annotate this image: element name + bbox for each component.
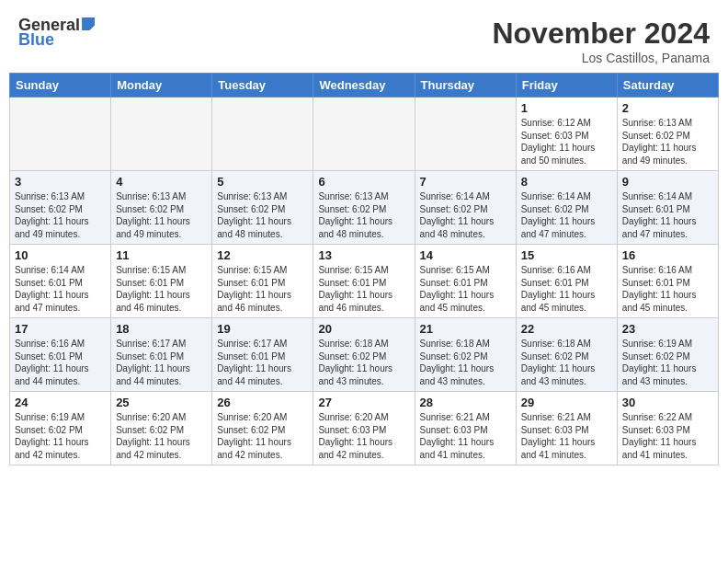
calendar-cell: 16Sunrise: 6:16 AM Sunset: 6:01 PM Dayli… — [617, 245, 718, 318]
calendar-cell: 22Sunrise: 6:18 AM Sunset: 6:02 PM Dayli… — [516, 318, 617, 392]
calendar-cell: 29Sunrise: 6:21 AM Sunset: 6:03 PM Dayli… — [516, 392, 617, 465]
calendar-week-2: 3Sunrise: 6:13 AM Sunset: 6:02 PM Daylig… — [10, 171, 719, 245]
calendar-cell: 10Sunrise: 6:14 AM Sunset: 6:01 PM Dayli… — [10, 245, 111, 318]
day-number: 13 — [318, 248, 409, 262]
day-number: 22 — [521, 322, 612, 336]
day-number: 30 — [622, 396, 713, 409]
calendar-cell: 19Sunrise: 6:17 AM Sunset: 6:01 PM Dayli… — [212, 318, 313, 392]
calendar-cell: 14Sunrise: 6:15 AM Sunset: 6:01 PM Dayli… — [415, 245, 516, 318]
day-number: 16 — [622, 248, 713, 262]
day-number: 1 — [521, 101, 612, 115]
day-number: 17 — [15, 322, 106, 336]
day-info: Sunrise: 6:18 AM Sunset: 6:02 PM Dayligh… — [420, 338, 511, 387]
calendar-cell — [10, 98, 111, 171]
day-info: Sunrise: 6:20 AM Sunset: 6:03 PM Dayligh… — [318, 411, 409, 461]
calendar-cell: 6Sunrise: 6:13 AM Sunset: 6:02 PM Daylig… — [313, 171, 415, 245]
day-number: 5 — [217, 175, 308, 189]
day-number: 7 — [420, 175, 511, 189]
day-info: Sunrise: 6:14 AM Sunset: 6:02 PM Dayligh… — [521, 190, 612, 240]
calendar-cell: 21Sunrise: 6:18 AM Sunset: 6:02 PM Dayli… — [415, 318, 516, 392]
day-header-sunday: Sunday — [10, 74, 111, 98]
day-info: Sunrise: 6:14 AM Sunset: 6:01 PM Dayligh… — [622, 190, 713, 240]
calendar-cell: 2Sunrise: 6:13 AM Sunset: 6:02 PM Daylig… — [617, 98, 718, 171]
day-info: Sunrise: 6:13 AM Sunset: 6:02 PM Dayligh… — [116, 190, 207, 240]
day-info: Sunrise: 6:15 AM Sunset: 6:01 PM Dayligh… — [318, 264, 409, 314]
calendar-cell: 30Sunrise: 6:22 AM Sunset: 6:03 PM Dayli… — [617, 392, 718, 465]
day-number: 4 — [116, 175, 207, 189]
day-number: 11 — [116, 248, 207, 262]
day-info: Sunrise: 6:13 AM Sunset: 6:02 PM Dayligh… — [318, 190, 409, 240]
day-info: Sunrise: 6:16 AM Sunset: 6:01 PM Dayligh… — [15, 338, 106, 387]
logo: General Blue — [18, 17, 95, 48]
day-header-monday: Monday — [111, 74, 212, 98]
day-header-tuesday: Tuesday — [212, 74, 313, 98]
calendar-cell: 24Sunrise: 6:19 AM Sunset: 6:02 PM Dayli… — [10, 392, 111, 465]
calendar-week-4: 17Sunrise: 6:16 AM Sunset: 6:01 PM Dayli… — [10, 318, 719, 392]
day-number: 23 — [622, 322, 713, 336]
day-number: 29 — [521, 396, 612, 409]
calendar-cell: 3Sunrise: 6:13 AM Sunset: 6:02 PM Daylig… — [10, 171, 111, 245]
calendar-cell: 12Sunrise: 6:15 AM Sunset: 6:01 PM Dayli… — [212, 245, 313, 318]
day-number: 25 — [116, 396, 207, 409]
day-info: Sunrise: 6:20 AM Sunset: 6:02 PM Dayligh… — [217, 411, 308, 461]
day-number: 28 — [420, 396, 511, 409]
day-info: Sunrise: 6:18 AM Sunset: 6:02 PM Dayligh… — [318, 338, 409, 387]
calendar-week-5: 24Sunrise: 6:19 AM Sunset: 6:02 PM Dayli… — [10, 392, 719, 465]
day-info: Sunrise: 6:15 AM Sunset: 6:01 PM Dayligh… — [116, 264, 207, 314]
calendar-cell — [111, 98, 212, 171]
calendar-cell: 5Sunrise: 6:13 AM Sunset: 6:02 PM Daylig… — [212, 171, 313, 245]
day-number: 19 — [217, 322, 308, 336]
day-info: Sunrise: 6:19 AM Sunset: 6:02 PM Dayligh… — [622, 338, 713, 387]
day-number: 6 — [318, 175, 409, 189]
day-header-saturday: Saturday — [617, 74, 718, 98]
day-number: 21 — [420, 322, 511, 336]
day-info: Sunrise: 6:14 AM Sunset: 6:01 PM Dayligh… — [15, 264, 106, 314]
day-header-wednesday: Wednesday — [313, 74, 415, 98]
title-block: November 2024 Los Castillos, Panama — [492, 17, 710, 65]
day-header-thursday: Thursday — [415, 74, 516, 98]
day-number: 18 — [116, 322, 207, 336]
calendar-cell: 20Sunrise: 6:18 AM Sunset: 6:02 PM Dayli… — [313, 318, 415, 392]
day-header-friday: Friday — [516, 74, 617, 98]
page-header: General Blue November 2024 Los Castillos… — [9, 9, 719, 69]
calendar-header-row: SundayMondayTuesdayWednesdayThursdayFrid… — [10, 74, 719, 98]
calendar-cell — [313, 98, 415, 171]
calendar-cell: 4Sunrise: 6:13 AM Sunset: 6:02 PM Daylig… — [111, 171, 212, 245]
calendar-cell: 8Sunrise: 6:14 AM Sunset: 6:02 PM Daylig… — [516, 171, 617, 245]
calendar-cell: 13Sunrise: 6:15 AM Sunset: 6:01 PM Dayli… — [313, 245, 415, 318]
month-title: November 2024 — [492, 17, 710, 51]
day-number: 15 — [521, 248, 612, 262]
day-number: 14 — [420, 248, 511, 262]
calendar-week-3: 10Sunrise: 6:14 AM Sunset: 6:01 PM Dayli… — [10, 245, 719, 318]
day-number: 26 — [217, 396, 308, 409]
day-number: 3 — [15, 175, 106, 189]
day-info: Sunrise: 6:16 AM Sunset: 6:01 PM Dayligh… — [622, 264, 713, 314]
day-number: 9 — [622, 175, 713, 189]
day-info: Sunrise: 6:17 AM Sunset: 6:01 PM Dayligh… — [217, 338, 308, 387]
calendar-week-1: 1Sunrise: 6:12 AM Sunset: 6:03 PM Daylig… — [10, 98, 719, 171]
calendar-cell: 9Sunrise: 6:14 AM Sunset: 6:01 PM Daylig… — [617, 171, 718, 245]
calendar-cell — [212, 98, 313, 171]
location: Los Castillos, Panama — [492, 51, 710, 65]
calendar-cell: 23Sunrise: 6:19 AM Sunset: 6:02 PM Dayli… — [617, 318, 718, 392]
day-info: Sunrise: 6:18 AM Sunset: 6:02 PM Dayligh… — [521, 338, 612, 387]
day-info: Sunrise: 6:16 AM Sunset: 6:01 PM Dayligh… — [521, 264, 612, 314]
calendar-cell: 11Sunrise: 6:15 AM Sunset: 6:01 PM Dayli… — [111, 245, 212, 318]
calendar-cell: 27Sunrise: 6:20 AM Sunset: 6:03 PM Dayli… — [313, 392, 415, 465]
day-info: Sunrise: 6:15 AM Sunset: 6:01 PM Dayligh… — [217, 264, 308, 314]
day-info: Sunrise: 6:13 AM Sunset: 6:02 PM Dayligh… — [622, 117, 713, 167]
day-number: 8 — [521, 175, 612, 189]
day-number: 27 — [318, 396, 409, 409]
calendar-cell: 17Sunrise: 6:16 AM Sunset: 6:01 PM Dayli… — [10, 318, 111, 392]
day-number: 12 — [217, 248, 308, 262]
day-info: Sunrise: 6:20 AM Sunset: 6:02 PM Dayligh… — [116, 411, 207, 461]
calendar: SundayMondayTuesdayWednesdayThursdayFrid… — [9, 73, 719, 465]
day-number: 24 — [15, 396, 106, 409]
day-info: Sunrise: 6:13 AM Sunset: 6:02 PM Dayligh… — [15, 190, 106, 240]
day-info: Sunrise: 6:17 AM Sunset: 6:01 PM Dayligh… — [116, 338, 207, 387]
day-number: 20 — [318, 322, 409, 336]
logo-icon — [82, 17, 95, 30]
day-number: 2 — [622, 101, 713, 115]
logo-blue: Blue — [18, 30, 54, 49]
day-info: Sunrise: 6:12 AM Sunset: 6:03 PM Dayligh… — [521, 117, 612, 167]
